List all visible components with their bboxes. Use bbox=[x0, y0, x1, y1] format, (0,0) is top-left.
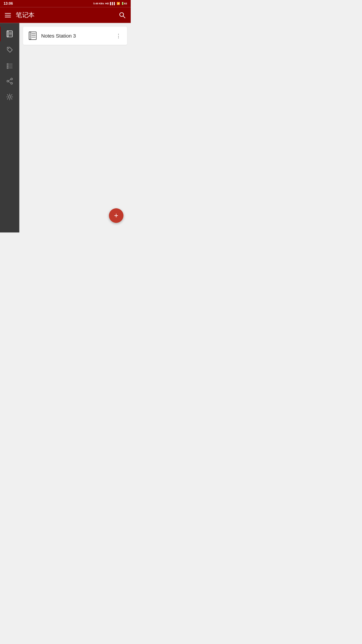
notebook-card-left: Notes Station 3 bbox=[28, 31, 76, 41]
content-area: Notes Station 3 ⋮ + bbox=[19, 23, 131, 233]
notebook-card-svg-icon bbox=[28, 32, 37, 40]
svg-rect-2 bbox=[7, 31, 12, 37]
svg-point-14 bbox=[11, 78, 12, 80]
svg-line-17 bbox=[8, 79, 11, 81]
share-icon bbox=[6, 77, 13, 85]
status-bar: 13:06 5.48 KB/s HD ▌▌▌ 📶 🔋82 bbox=[0, 0, 131, 7]
hamburger-line-3 bbox=[5, 17, 11, 17]
sidebar-item-list[interactable] bbox=[0, 58, 19, 72]
svg-point-15 bbox=[7, 80, 9, 82]
sidebar-item-tags[interactable] bbox=[0, 42, 19, 57]
tag-icon bbox=[6, 46, 13, 53]
battery-icon: 🔋82 bbox=[121, 2, 127, 5]
plus-icon: + bbox=[114, 212, 118, 219]
svg-rect-3 bbox=[7, 31, 8, 37]
more-options-button[interactable]: ⋮ bbox=[115, 32, 122, 40]
main-layout: Notes Station 3 ⋮ + bbox=[0, 23, 131, 233]
svg-rect-8 bbox=[7, 63, 8, 65]
svg-line-18 bbox=[8, 82, 11, 83]
list-icon bbox=[6, 62, 13, 69]
svg-line-1 bbox=[123, 16, 125, 18]
sidebar bbox=[0, 23, 19, 233]
search-button[interactable] bbox=[119, 11, 126, 19]
notebook-title: Notes Station 3 bbox=[41, 33, 76, 39]
notebook-card[interactable]: Notes Station 3 ⋮ bbox=[23, 26, 127, 45]
status-right: 5.48 KB/s HD ▌▌▌ 📶 🔋82 bbox=[93, 2, 127, 5]
app-header: 笔记本 bbox=[0, 7, 131, 23]
network-speed: 5.48 KB/s bbox=[93, 2, 104, 5]
svg-point-7 bbox=[8, 48, 9, 49]
notebook-card-icon bbox=[28, 31, 38, 41]
svg-rect-21 bbox=[29, 32, 31, 40]
sidebar-item-notebooks[interactable] bbox=[0, 26, 19, 41]
add-notebook-button[interactable]: + bbox=[109, 208, 123, 223]
hd-badge: HD bbox=[105, 2, 109, 5]
search-icon bbox=[119, 12, 126, 18]
svg-rect-12 bbox=[7, 67, 8, 69]
signal-icon: ▌▌▌ bbox=[110, 2, 116, 5]
wifi-icon: 📶 bbox=[117, 2, 120, 5]
sidebar-item-share[interactable] bbox=[0, 74, 19, 88]
svg-rect-20 bbox=[29, 32, 37, 40]
notebook-icon bbox=[6, 30, 13, 38]
page-title: 笔记本 bbox=[16, 11, 119, 19]
svg-point-19 bbox=[8, 96, 11, 98]
hamburger-line-1 bbox=[5, 13, 11, 14]
sidebar-item-settings[interactable] bbox=[0, 90, 19, 104]
status-time: 13:06 bbox=[4, 2, 13, 6]
settings-icon bbox=[6, 93, 13, 101]
hamburger-line-2 bbox=[5, 15, 11, 15]
svg-point-16 bbox=[11, 83, 12, 84]
svg-rect-10 bbox=[7, 65, 8, 67]
hamburger-menu-button[interactable] bbox=[5, 11, 12, 19]
